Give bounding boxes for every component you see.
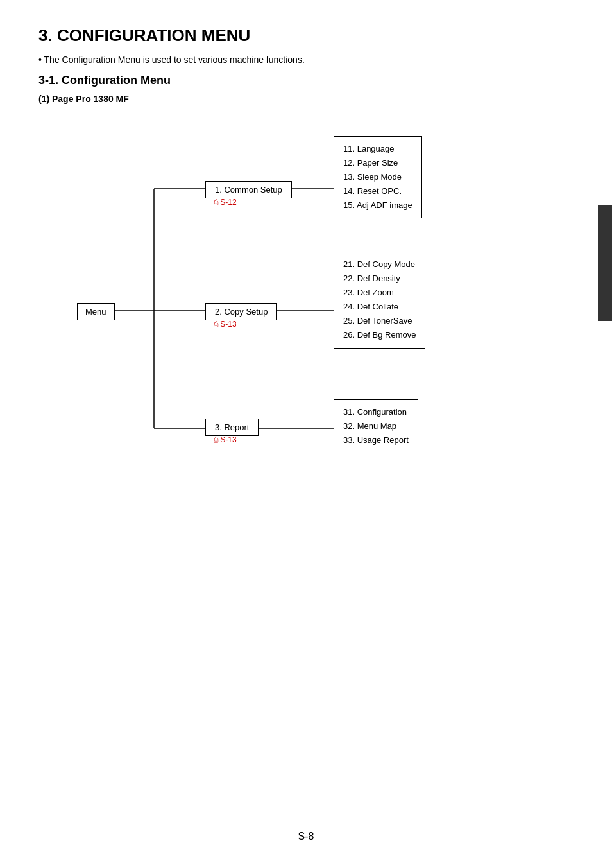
diagram-area: Menu 1. Common Setup ⎙ S-12 2. Copy Setu…: [38, 123, 574, 521]
page: 3. CONFIGURATION MENU • The Configuratio…: [0, 0, 612, 868]
copy-setup-node: 2. Copy Setup: [205, 303, 277, 320]
common-item-3: 13. Sleep Mode: [343, 170, 412, 184]
report-label: 3. Report: [215, 422, 249, 432]
copy-item-5: 25. Def TonerSave: [343, 314, 416, 328]
report-items-box: 31. Configuration 32. Menu Map 33. Usage…: [334, 399, 418, 453]
common-item-2: 12. Paper Size: [343, 156, 412, 170]
right-side-tab: [598, 205, 612, 321]
report-item-3: 33. Usage Report: [343, 433, 409, 447]
common-items-box: 11. Language 12. Paper Size 13. Sleep Mo…: [334, 136, 422, 218]
common-setup-label: 1. Common Setup: [215, 185, 282, 195]
copy-item-2: 22. Def Density: [343, 272, 416, 286]
copy-setup-label: 2. Copy Setup: [215, 307, 268, 317]
copy-items-box: 21. Def Copy Mode 22. Def Density 23. De…: [334, 252, 425, 349]
copy-item-1: 21. Def Copy Mode: [343, 257, 416, 272]
common-setup-ref: ⎙ S-12: [214, 198, 237, 207]
common-item-4: 14. Reset OPC.: [343, 184, 412, 198]
page-footer: S-8: [0, 831, 612, 842]
copy-item-3: 23. Def Zoom: [343, 286, 416, 300]
copy-setup-ref: ⎙ S-13: [214, 320, 237, 329]
copy-item-4: 24. Def Collate: [343, 300, 416, 314]
bullet-text-content: The Configuration Menu is used to set va…: [44, 55, 305, 65]
copy-item-6: 26. Def Bg Remove: [343, 328, 416, 342]
menu-node: Menu: [77, 303, 115, 320]
bullet-symbol: •: [38, 55, 44, 65]
diagram-lines: [38, 123, 574, 521]
common-setup-node: 1. Common Setup: [205, 181, 292, 198]
section-title: 3-1. Configuration Menu: [38, 74, 574, 87]
common-item-5: 15. Adj ADF image: [343, 198, 412, 213]
common-item-1: 11. Language: [343, 142, 412, 156]
report-ref: ⎙ S-13: [214, 435, 237, 444]
bullet-description: • The Configuration Menu is used to set …: [38, 55, 574, 65]
report-item-1: 31. Configuration: [343, 405, 409, 419]
footer-text: S-8: [298, 831, 314, 842]
chapter-title: 3. CONFIGURATION MENU: [38, 26, 574, 46]
report-node: 3. Report: [205, 419, 259, 436]
sub-title: (1) Page Pro 1380 MF: [38, 94, 574, 104]
report-item-2: 32. Menu Map: [343, 419, 409, 433]
